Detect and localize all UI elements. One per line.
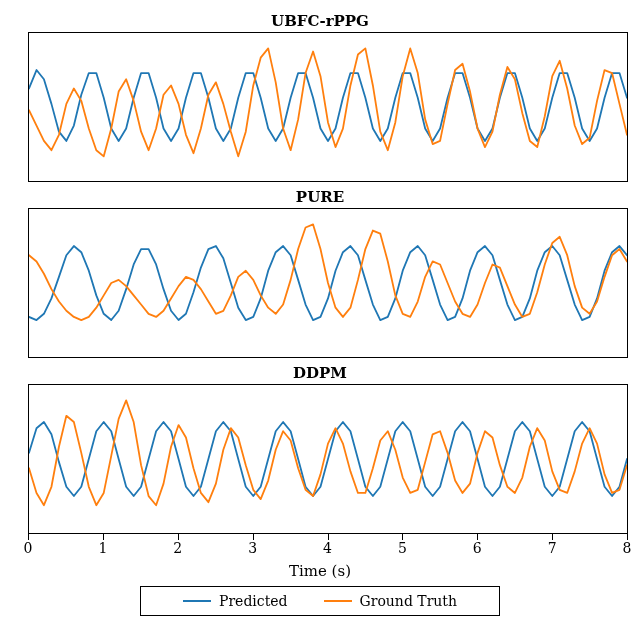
figure: UBFC-rPPG PURE DDPM 012345678 Time (s) P… [8, 12, 632, 616]
x-tick-label: 8 [623, 540, 632, 556]
legend-label-ground-truth: Ground Truth [360, 593, 457, 609]
x-tick-label: 7 [548, 540, 557, 556]
x-tick-label: 2 [173, 540, 182, 556]
x-tick-label: 5 [398, 540, 407, 556]
legend-swatch-ground-truth [324, 600, 352, 602]
x-tick-label: 6 [473, 540, 482, 556]
panel-title-3: DDPM [8, 364, 632, 382]
x-tick-label: 1 [98, 540, 107, 556]
panel-title-1: UBFC-rPPG [8, 12, 632, 30]
x-tick-label: 3 [248, 540, 257, 556]
panel-title-2: PURE [8, 188, 632, 206]
x-axis-label: Time (s) [8, 562, 632, 580]
legend-item-predicted: Predicted [183, 593, 288, 609]
legend-swatch-predicted [183, 600, 211, 602]
chart-panel-ddpm [28, 384, 628, 534]
x-tick-label: 4 [323, 540, 332, 556]
x-axis: 012345678 [28, 534, 628, 564]
x-tick-label: 0 [24, 540, 33, 556]
chart-panel-ubfc [28, 32, 628, 182]
legend-label-predicted: Predicted [219, 593, 288, 609]
legend-item-ground-truth: Ground Truth [324, 593, 457, 609]
chart-panel-pure [28, 208, 628, 358]
legend: Predicted Ground Truth [140, 586, 500, 616]
